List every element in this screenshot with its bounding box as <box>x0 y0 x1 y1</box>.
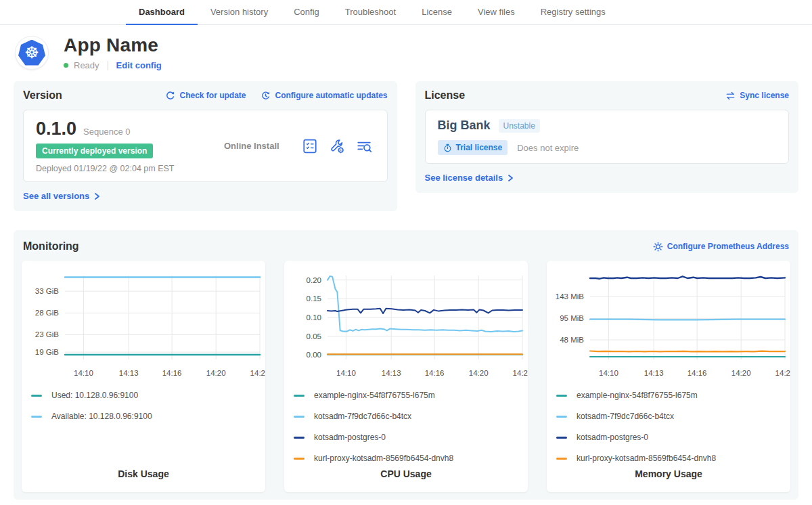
svg-text:0.20: 0.20 <box>307 276 321 284</box>
cpu-usage-panel: 0.200.150.100.050.0014:1014:1314:1614:20… <box>284 261 528 492</box>
legend-item: kurl-proxy-kotsadm-8569fb6454-dnvh8 <box>556 454 781 463</box>
legend-swatch <box>294 395 304 397</box>
chart-title: CPU Usage <box>284 468 528 492</box>
version-card-header: Version Check for update Configure autom… <box>23 89 388 102</box>
install-type-label: Online Install <box>205 141 302 151</box>
sync-license-link[interactable]: Sync license <box>725 91 789 101</box>
license-panel: Big Bank Unstable Trial license Does not… <box>425 110 790 164</box>
tab-version-history[interactable]: Version history <box>198 0 281 25</box>
legend-swatch <box>294 416 304 418</box>
status-badge: Ready <box>74 60 99 70</box>
current-version-panel: 0.1.0 Sequence 0 Currently deployed vers… <box>23 110 388 182</box>
svg-text:19 GiB: 19 GiB <box>35 348 59 356</box>
legend-swatch <box>294 437 304 439</box>
legend-swatch <box>31 395 42 397</box>
legend-item: example-nginx-54f8f76755-l675m <box>294 391 518 400</box>
chevron-right-icon <box>506 174 514 182</box>
legend-label: kotsadm-7f9dc7d66c-b4tcx <box>577 412 674 421</box>
view-logs-icon[interactable] <box>356 138 372 154</box>
legend-swatch <box>31 416 42 418</box>
legend-item: example-nginx-54f8f76755-l675m <box>556 391 781 400</box>
legend-item: kotsadm-7f9dc7d66c-b4tcx <box>294 412 518 421</box>
legend-label: example-nginx-54f8f76755-l675m <box>577 391 698 400</box>
sync-icon <box>725 91 736 101</box>
tab-dashboard[interactable]: Dashboard <box>126 0 198 25</box>
legend-item: kotsadm-postgres-0 <box>294 433 518 442</box>
svg-text:14:16: 14:16 <box>687 369 707 377</box>
chevron-right-icon <box>93 192 101 200</box>
legend-item: Available: 10.128.0.96:9100 <box>31 412 256 421</box>
sync-license-label: Sync license <box>740 91 789 100</box>
check-for-update-link[interactable]: Check for update <box>165 91 246 101</box>
edit-config-link[interactable]: Edit config <box>116 60 162 70</box>
legend-item: Used: 10.128.0.96:9100 <box>31 391 256 400</box>
configure-prometheus-link[interactable]: Configure Prometheus Address <box>653 242 789 252</box>
tab-view-files[interactable]: View files <box>465 0 528 25</box>
svg-text:33 GiB: 33 GiB <box>35 287 59 295</box>
channel-badge: Unstable <box>499 119 540 133</box>
svg-text:95 MiB: 95 MiB <box>560 314 584 322</box>
app-title-block: App Name Ready Edit config <box>64 35 162 70</box>
legend-label: kotsadm-postgres-0 <box>577 433 648 442</box>
top-nav: DashboardVersion historyConfigTroublesho… <box>0 0 812 25</box>
cpu-usage-chart: 0.200.150.100.050.0014:1014:1314:1614:20… <box>284 270 528 385</box>
svg-text:14:23: 14:23 <box>250 369 265 377</box>
status-row: Ready Edit config <box>64 60 162 70</box>
legend-swatch <box>556 437 567 439</box>
legend-item: kurl-proxy-kotsadm-8569fb6454-dnvh8 <box>294 454 518 463</box>
license-card: License Sync license Big Bank Unstable T… <box>415 81 799 193</box>
svg-text:14:16: 14:16 <box>425 369 445 377</box>
preflight-checks-icon[interactable] <box>302 138 318 154</box>
tab-license[interactable]: License <box>409 0 465 25</box>
trial-license-label: Trial license <box>456 143 503 152</box>
version-info: 0.1.0 Sequence 0 Currently deployed vers… <box>36 118 205 173</box>
svg-text:14:10: 14:10 <box>336 369 356 377</box>
tab-registry-settings[interactable]: Registry settings <box>528 0 618 25</box>
configure-prometheus-label: Configure Prometheus Address <box>667 242 789 251</box>
tab-troubleshoot[interactable]: Troubleshoot <box>332 0 409 25</box>
see-license-details-label: See license details <box>425 173 503 183</box>
legend-swatch <box>556 458 567 460</box>
monitoring-title: Monitoring <box>23 240 79 252</box>
app-avatar: ☸ <box>15 36 49 70</box>
disk-usage-legend: Used: 10.128.0.96:9100Available: 10.128.… <box>22 385 265 421</box>
version-header-links: Check for update Configure automatic upd… <box>165 91 387 101</box>
memory-usage-panel: 143 MiB95 MiB48 MiB14:1014:1314:1614:201… <box>547 261 790 492</box>
legend-label: kurl-proxy-kotsadm-8569fb6454-dnvh8 <box>577 454 716 463</box>
svg-text:28 GiB: 28 GiB <box>35 309 59 317</box>
svg-text:14:20: 14:20 <box>731 369 751 377</box>
deployed-timestamp: Deployed 01/19/22 @ 02:04 pm EST <box>36 164 205 173</box>
configure-updates-label: Configure automatic updates <box>275 91 387 100</box>
license-name-row: Big Bank Unstable <box>438 118 777 133</box>
configure-updates-link[interactable]: Configure automatic updates <box>261 91 387 101</box>
see-all-versions-link[interactable]: See all versions <box>23 191 101 201</box>
tab-config[interactable]: Config <box>281 0 332 25</box>
stopwatch-icon <box>443 144 452 152</box>
svg-text:14:10: 14:10 <box>74 369 93 377</box>
svg-text:0.15: 0.15 <box>307 294 321 303</box>
kots-dashboard-page: DashboardVersion historyConfigTroublesho… <box>0 0 812 505</box>
deployed-badge: Currently deployed version <box>36 144 153 158</box>
schedule-update-icon <box>261 91 271 101</box>
svg-text:14:23: 14:23 <box>775 369 790 377</box>
sequence-label: Sequence 0 <box>83 127 130 137</box>
legend-swatch <box>556 416 567 418</box>
version-card: Version Check for update Configure autom… <box>14 81 397 211</box>
svg-text:14:23: 14:23 <box>513 369 528 377</box>
memory-usage-chart: 143 MiB95 MiB48 MiB14:1014:1314:1614:201… <box>547 270 790 385</box>
legend-label: kotsadm-7f9dc7d66c-b4tcx <box>314 412 411 421</box>
chart-panels: 33 GiB28 GiB23 GiB19 GiB14:1014:1314:161… <box>22 261 790 492</box>
legend-label: example-nginx-54f8f76755-l675m <box>314 391 435 400</box>
svg-text:0.05: 0.05 <box>307 332 321 341</box>
svg-text:14:13: 14:13 <box>382 369 401 377</box>
svg-text:14:10: 14:10 <box>599 369 618 377</box>
see-license-details-link[interactable]: See license details <box>425 173 515 183</box>
legend-item: kotsadm-postgres-0 <box>556 433 781 442</box>
legend-item: kotsadm-7f9dc7d66c-b4tcx <box>556 412 781 421</box>
legend-label: Available: 10.128.0.96:9100 <box>51 412 152 421</box>
edit-config-wrench-icon[interactable] <box>329 138 345 154</box>
svg-text:0.00: 0.00 <box>307 351 321 359</box>
legend-swatch <box>556 395 567 397</box>
svg-text:14:16: 14:16 <box>162 369 182 377</box>
monitoring-header: Monitoring Configure Prometheus Address <box>22 238 790 252</box>
